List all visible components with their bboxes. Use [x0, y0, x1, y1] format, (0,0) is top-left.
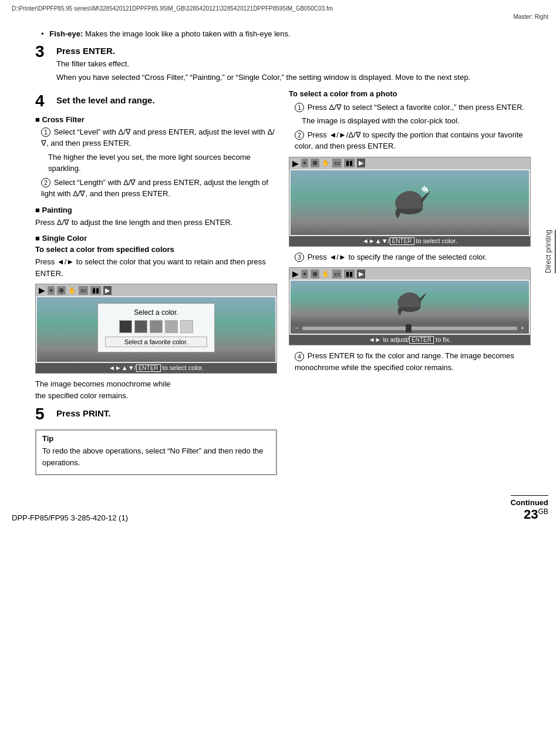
right-sidebar: Direct printing: [542, 28, 560, 475]
footer-model-text: DPP-FP85/FP95 3-285-420-12 (1): [12, 513, 128, 522]
cross-filter-heading: Cross Filter: [35, 115, 277, 124]
swatch-5: [180, 320, 193, 333]
screen2-toolbar: ▶ ⌖ ⊕ ✋ ▭ ▮▮ ▶: [289, 157, 530, 169]
step-4-title: Set the level and range.: [56, 95, 277, 105]
photo-step1-sub: The image is displayed with the color-pi…: [302, 115, 531, 127]
page-number: 23GB: [511, 507, 548, 522]
fisheye-text: Makes the image look like a photo taken …: [85, 29, 291, 38]
step-3-title: Press ENTER.: [56, 46, 531, 56]
fisheye-bullet: Fish-eye: Makes the image look like a ph…: [35, 28, 531, 40]
swatch-1: [119, 320, 132, 333]
footer-continued: Continued 23GB: [511, 493, 548, 522]
photo-step1: 1 Press Δ/∇ to select “Select a favorite…: [295, 102, 531, 113]
painting-heading: Painting: [35, 206, 277, 214]
step-5-block: 5 Press PRINT.: [35, 408, 277, 422]
tip-text: To redo the above operations, select “No…: [42, 445, 270, 468]
specified-colors-heading: To select a color from specified colors: [35, 245, 277, 254]
swatch-2: [134, 320, 147, 333]
single-color-heading: Single Color: [35, 234, 277, 243]
screen2-photo: [291, 170, 529, 235]
screen3-caption: ◄► to adjust/ENTER to fix.: [289, 335, 530, 345]
step-3-block: 3 Press ENTER. The filter takes effect. …: [35, 46, 531, 86]
file-path: D:\Printer\DPPFP85.95 series\IM\32854201…: [0, 0, 560, 22]
screen-photo-pick: ▶ ⌖ ⊕ ✋ ▭ ▮▮ ▶: [289, 157, 531, 247]
sidebar-label: Direct printing: [544, 230, 556, 273]
step-3-line1: The filter takes effect.: [56, 58, 531, 70]
tip-label: Tip: [42, 434, 270, 443]
specified-colors-text: Press ◄/► to select the color that you w…: [35, 256, 277, 279]
step-3-line2: When you have selected “Cross Filter,” “…: [56, 72, 531, 83]
fisheye-label: Fish-eye:: [49, 29, 83, 38]
screen1-toolbar: ▶ ⌖ ⊕ ✋ ▭ ▮▮ ▶: [36, 284, 276, 296]
step-4-block: 4 Set the level and range.: [35, 95, 277, 109]
continued-label: Continued: [511, 498, 548, 507]
footer: DPP-FP85/FP95 3-285-420-12 (1) Continued…: [0, 487, 560, 528]
cross-filter-item1: 1 Select “Level” with Δ/∇ and press ENTE…: [41, 126, 277, 149]
photo-step3: 3 Press ◄/► to specify the range of the …: [295, 251, 531, 263]
screen-color-select: ▶ ⌖ ⊕ ✋ ▭ ▮▮ ▶: [35, 284, 277, 374]
cross-filter-item2: 2 Select “Length” with Δ/∇ and press ENT…: [41, 177, 277, 200]
swatch-4: [165, 320, 178, 333]
photo-step4: 4 Press ENTER to fix the color and range…: [295, 350, 531, 373]
favorite-color-btn[interactable]: Select a favorite color.: [105, 337, 207, 347]
painting-text: Press Δ/∇ to adjust the line length and …: [35, 217, 277, 228]
swatch-3: [150, 320, 163, 333]
screen1-caption: ◄►▲▼/ENTER to select color.: [36, 363, 276, 373]
screen3-toolbar: ▶ ⌖ ⊕ ✋ ▭ ▮▮ ▶: [289, 268, 530, 280]
tip-box: Tip To redo the above operations, select…: [35, 429, 277, 475]
color-swatches: [105, 320, 207, 333]
footer-model: DPP-FP85/FP95 3-285-420-12 (1): [12, 513, 128, 522]
monochrome-text: The image becomes monochrome while the s…: [35, 378, 277, 401]
screen-range-select: ▶ ⌖ ⊕ ✋ ▭ ▮▮ ▶: [289, 267, 531, 345]
step-5-title: Press PRINT.: [56, 408, 277, 418]
screen1-photo: Select a color. Select a favorite color.: [37, 297, 275, 362]
photo-heading: To select a color from a photo: [289, 89, 531, 98]
color-select-label: Select a color.: [105, 308, 207, 317]
screen2-caption: ◄►▲▼/ENTER to select color.: [289, 236, 530, 246]
step-4-number: 4: [35, 93, 56, 109]
photo-step2: 2 Press ◄/►/Δ/∇ to specify the portion t…: [295, 129, 531, 152]
cross-filter-1b: The higher the level you set, the more l…: [48, 152, 277, 174]
step-5-number: 5: [35, 406, 56, 422]
step-3-number: 3: [35, 43, 56, 60]
screen3-photo: − +: [291, 281, 529, 334]
color-select-overlay: Select a color. Select a favorite color.: [97, 303, 215, 352]
